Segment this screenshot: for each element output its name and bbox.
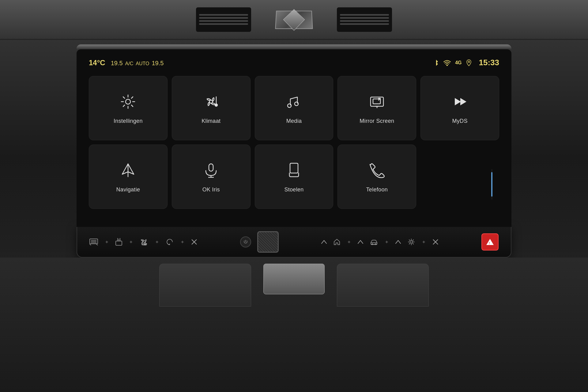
status-right: 4G 15:33 — [433, 58, 499, 67]
svg-rect-12 — [209, 164, 213, 171]
screen-assembly: 14°C 19.5 A/C AUTO 19.5 — [77, 44, 511, 258]
scroll-area — [420, 145, 499, 209]
tile-telefoon[interactable]: Telefoon — [337, 145, 416, 209]
nav-icon — [120, 162, 136, 181]
bottom-control-bar: ✦ ✦ OFF ✦ — [77, 227, 511, 258]
right-vent-grille — [337, 7, 392, 32]
myds-label: MyDS — [452, 118, 467, 124]
car-surround: 14°C 19.5 A/C AUTO 19.5 — [0, 0, 588, 392]
seat-icon — [286, 162, 302, 181]
ac-temp-right: 19.5 — [152, 60, 164, 67]
separator-5: ✦ — [347, 239, 351, 245]
myds-icon — [452, 93, 468, 112]
climate-shortcut-button[interactable] — [408, 238, 415, 246]
auto-label: AUTO — [136, 61, 149, 66]
svg-point-28 — [410, 241, 413, 243]
scroll-indicator — [491, 169, 492, 200]
screen-top-chrome — [77, 44, 511, 49]
media-label: Media — [286, 118, 302, 124]
climate-icon — [203, 93, 219, 112]
lte-icon: 4G — [455, 60, 462, 66]
left-vent-grille — [196, 7, 251, 32]
svg-point-5 — [215, 104, 217, 106]
vent-slot — [340, 14, 389, 16]
svg-text:OFF: OFF — [142, 244, 146, 245]
tile-stoelen[interactable]: Stoelen — [255, 145, 334, 209]
bottom-left-controls: ✦ ✦ OFF ✦ — [89, 238, 197, 246]
ok-iris-label: OK Iris — [202, 187, 220, 193]
mirror-screen-icon — [369, 93, 385, 112]
location-icon — [466, 59, 472, 66]
center-knob-area — [240, 231, 279, 253]
tile-navigatie[interactable]: Navigatie — [89, 145, 168, 209]
settings-icon — [120, 93, 136, 112]
app-grid: Instellingen — [86, 73, 502, 212]
close-button-right[interactable] — [432, 239, 439, 245]
vent-slot — [199, 14, 248, 16]
car-interior — [0, 258, 588, 392]
svg-rect-19 — [116, 241, 122, 245]
ac-toggle-button[interactable] — [191, 239, 197, 245]
vent-slot — [340, 20, 389, 22]
tile-instellingen[interactable]: Instellingen — [89, 76, 168, 140]
infotainment-screen: 14°C 19.5 A/C AUTO 19.5 — [77, 49, 511, 227]
tile-myds[interactable]: MyDS — [420, 76, 499, 140]
mirror-screen-label: Mirror Screen — [360, 118, 394, 124]
tile-mirror-screen[interactable]: Mirror Screen — [337, 76, 416, 140]
power-button[interactable] — [240, 236, 251, 247]
wifi-icon — [443, 60, 451, 66]
svg-point-2 — [126, 99, 130, 104]
svg-rect-8 — [371, 97, 383, 106]
heated-seats-button[interactable] — [115, 238, 122, 246]
car-button[interactable] — [370, 239, 378, 245]
media-icon — [286, 93, 302, 112]
voice-icon — [203, 162, 219, 181]
scroll-thumb[interactable] — [491, 172, 492, 197]
telefoon-label: Telefoon — [366, 187, 388, 193]
tile-klimaat[interactable]: Klimaat — [172, 76, 251, 140]
phone-icon — [369, 162, 385, 181]
nav-up-button[interactable] — [321, 240, 327, 244]
clock-display: 15:33 — [479, 58, 499, 67]
svg-point-7 — [295, 102, 298, 106]
svg-point-1 — [468, 61, 469, 62]
outside-temp: 14°C — [89, 58, 105, 67]
tile-media[interactable]: Media — [255, 76, 334, 140]
nav-up2-button[interactable] — [358, 240, 363, 244]
klimaat-label: Klimaat — [202, 118, 221, 124]
left-console — [159, 264, 251, 307]
bluetooth-icon — [433, 59, 439, 66]
vent-slot — [340, 17, 389, 19]
separator-3: ✦ — [155, 239, 159, 245]
separator-1: ✦ — [105, 239, 109, 245]
center-logo-area — [275, 10, 313, 29]
stoelen-label: Stoelen — [284, 187, 303, 193]
separator-4: ✦ — [180, 239, 184, 245]
svg-marker-31 — [486, 239, 494, 245]
svg-point-6 — [288, 104, 291, 107]
fan-off-button[interactable]: OFF — [140, 239, 148, 245]
vent-slot — [199, 23, 248, 25]
rear-defrost-button[interactable] — [89, 239, 98, 245]
bottom-right-controls: ✦ ✦ — [321, 238, 439, 246]
vent-slot — [199, 17, 248, 19]
svg-point-0 — [447, 65, 448, 66]
ac-temp-left: 19.5 — [111, 60, 123, 67]
ac-label: A/C — [125, 61, 134, 66]
status-left: 14°C 19.5 A/C AUTO 19.5 — [89, 58, 164, 67]
tile-ok-iris[interactable]: OK Iris — [172, 145, 251, 209]
svg-text:!: ! — [489, 242, 490, 245]
nav-up3-button[interactable] — [395, 240, 401, 244]
right-console — [337, 264, 429, 307]
hazard-button[interactable]: ! — [481, 233, 499, 251]
center-handle — [263, 264, 325, 294]
logo-diamond — [283, 9, 305, 31]
vent-slot — [199, 20, 248, 22]
instellingen-label: Instellingen — [114, 118, 143, 124]
separator-2: ✦ — [129, 239, 133, 245]
separator-6: ✦ — [385, 239, 389, 245]
recirculate-button[interactable] — [166, 238, 174, 246]
volume-knob[interactable] — [257, 231, 279, 253]
home-button[interactable] — [334, 239, 340, 245]
status-bar: 14°C 19.5 A/C AUTO 19.5 — [86, 55, 502, 73]
